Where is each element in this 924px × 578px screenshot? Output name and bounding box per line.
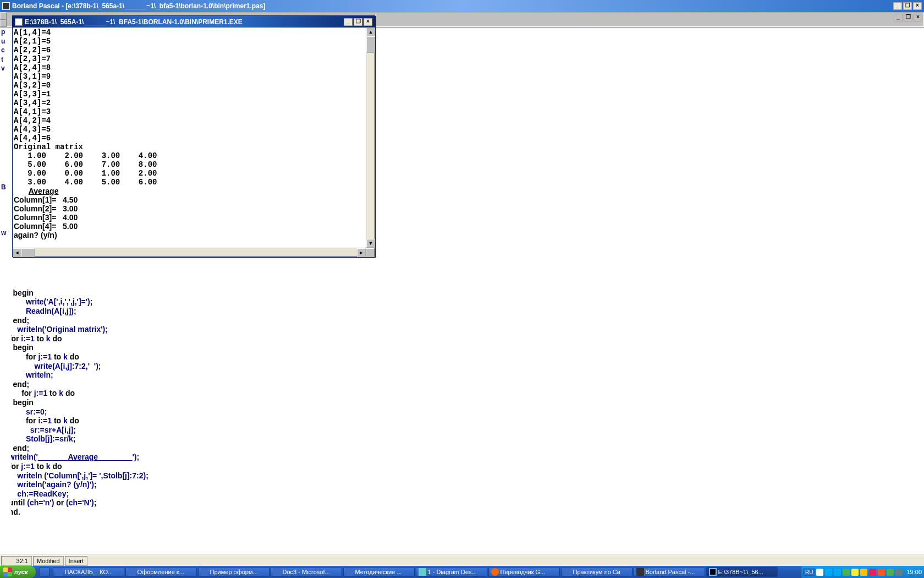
task-button[interactable]: ПАСКАЛЬ__КО...: [53, 567, 124, 577]
console-horizontal-scrollbar[interactable]: ◄ ►: [13, 248, 375, 257]
task-button[interactable]: Doc3 - Microsof...: [271, 567, 342, 577]
source-line[interactable]: for j:=1 to k do: [0, 462, 921, 471]
source-line[interactable]: writeln('Original matrix');: [0, 325, 921, 334]
source-line[interactable]: writeln;: [0, 370, 921, 380]
console-title: E:\378B-1\_565A-1\______~1\_BFA5-1\BORLA…: [25, 18, 343, 26]
tray-icon[interactable]: [825, 569, 832, 576]
source-line[interactable]: writeln('again? (y/n)');: [0, 480, 921, 489]
tray-icon[interactable]: [816, 569, 823, 576]
document-icon: [15, 18, 23, 26]
task-button[interactable]: Методические ...: [343, 567, 415, 577]
clock[interactable]: 19:00: [904, 569, 922, 575]
maximize-button[interactable]: ❐: [903, 2, 912, 10]
source-line[interactable]: ch:=ReadKey;: [0, 489, 921, 499]
task-button[interactable]: Borland Pascal -...: [634, 567, 705, 577]
source-line[interactable]: until (ch='n') or (ch='N');: [0, 498, 921, 508]
tray-icon[interactable]: [834, 569, 841, 576]
task-label: ПАСКАЛЬ__КО...: [65, 569, 113, 575]
console-titlebar[interactable]: E:\378B-1\_565A-1\______~1\_BFA5-1\BORLA…: [13, 16, 375, 28]
start-label: пуск: [14, 569, 28, 575]
scroll-right-arrow[interactable]: ►: [357, 248, 366, 257]
source-line[interactable]: end;: [0, 316, 921, 325]
task-icon: [564, 568, 571, 576]
taskbar: пуск ПАСКАЛЬ__КО...Оформление к...Пример…: [0, 566, 924, 578]
quick-launch[interactable]: [40, 567, 50, 577]
status-bar: 32:1 Modified Insert: [0, 555, 924, 566]
tray-icon[interactable]: [869, 569, 876, 576]
task-icon: [201, 568, 208, 576]
task-label: Borland Pascal -...: [646, 569, 695, 575]
task-icon: [128, 568, 136, 576]
task-label: Переводчик G...: [501, 569, 546, 575]
console-close-button[interactable]: ×: [364, 18, 372, 26]
gutter: puctv B w: [0, 28, 11, 554]
task-icon: [636, 568, 644, 576]
task-label: Пример оформ...: [210, 569, 258, 575]
tray-icon[interactable]: [887, 569, 894, 576]
cursor-position: 32:1: [1, 556, 32, 566]
source-line[interactable]: for i:=1 to k do: [0, 416, 921, 426]
task-button[interactable]: Переводчик G...: [488, 567, 560, 577]
mdi-restore-button[interactable]: ❐: [904, 14, 912, 21]
tray-icon[interactable]: [895, 569, 903, 576]
console-window[interactable]: E:\378B-1\_565A-1\______~1\_BFA5-1\BORLA…: [12, 15, 375, 257]
source-line[interactable]: for i:=1 to k do: [0, 334, 921, 343]
source-line[interactable]: begin: [0, 343, 921, 352]
insert-mode: Insert: [65, 556, 88, 566]
close-button[interactable]: ×: [913, 2, 922, 10]
task-button[interactable]: Оформление к...: [125, 567, 197, 577]
task-icon: [419, 568, 426, 576]
task-label: Оформление к...: [138, 569, 184, 575]
app-icon: [2, 2, 10, 10]
console-vertical-scrollbar[interactable]: ▲ ▼: [366, 28, 375, 248]
source-line[interactable]: sr:=0;: [0, 407, 921, 417]
scroll-down-arrow[interactable]: ▼: [366, 239, 375, 248]
console-minimize-button[interactable]: _: [344, 18, 353, 26]
scroll-up-arrow[interactable]: ▲: [366, 28, 375, 36]
console-output: A[1,4]=4 A[2,1]=5 A[2,2]=6 A[2,3]=7 A[2,…: [13, 28, 366, 248]
source-line[interactable]: begin: [0, 398, 921, 407]
mdi-minimize-button[interactable]: _: [894, 14, 903, 21]
task-label: E:\378B~1\_56...: [718, 569, 763, 575]
main-titlebar: Borland Pascal - [e:\378b-1\_565a-1\____…: [0, 0, 924, 12]
task-label: 1 - Diagram Des...: [428, 569, 477, 575]
task-button[interactable]: Пример оформ...: [198, 567, 270, 577]
hscroll-thumb[interactable]: [21, 248, 35, 257]
tray-icon[interactable]: [843, 569, 850, 576]
mdi-close-button[interactable]: ×: [914, 14, 922, 21]
source-line[interactable]: for j:=1 to k do: [0, 389, 921, 398]
scroll-left-arrow[interactable]: ◄: [13, 248, 21, 257]
task-button[interactable]: Практикум по Си: [561, 567, 632, 577]
source-line[interactable]: begin: [0, 288, 921, 298]
task-label: Doc3 - Microsof...: [283, 569, 330, 575]
task-icon: [273, 568, 281, 576]
source-line[interactable]: for j:=1 to k do: [0, 352, 921, 362]
tray-icon[interactable]: [860, 569, 867, 576]
vscroll-thumb[interactable]: [366, 36, 375, 53]
minimize-button[interactable]: _: [893, 2, 902, 10]
task-button[interactable]: E:\378B~1\_56...: [706, 567, 778, 577]
task-label: Методические ...: [355, 569, 402, 575]
start-button[interactable]: пуск: [0, 566, 36, 578]
resize-grip[interactable]: [366, 248, 375, 257]
source-line[interactable]: write('A[',i,',',j,']=');: [0, 297, 921, 307]
source-line[interactable]: writeln ('Column[',j,']= ',Stolb[j]:7:2)…: [0, 471, 921, 481]
source-line[interactable]: end;: [0, 444, 921, 453]
source-line[interactable]: writeln('_______Average________');: [0, 452, 921, 462]
console-maximize-button[interactable]: ❐: [354, 18, 362, 26]
task-icon: [346, 568, 354, 576]
source-line[interactable]: end;: [0, 380, 921, 389]
source-line[interactable]: write(A[i,j]:7:2,' ');: [0, 362, 921, 371]
tray-icon[interactable]: [851, 569, 859, 576]
modified-indicator: Modified: [33, 556, 64, 566]
system-tray[interactable]: RU 19:00: [801, 566, 924, 578]
task-button[interactable]: 1 - Diagram Des...: [416, 567, 487, 577]
source-line[interactable]: Readln(A[i,j]);: [0, 307, 921, 316]
source-line[interactable]: sr:=sr+A[i,j];: [0, 426, 921, 435]
task-icon: [709, 568, 717, 576]
source-line[interactable]: end.: [0, 508, 921, 517]
source-line[interactable]: Stolb[j]:=sr/k;: [0, 434, 921, 444]
tray-icon[interactable]: [878, 569, 885, 576]
task-icon: [56, 568, 63, 576]
language-indicator[interactable]: RU: [804, 569, 815, 576]
